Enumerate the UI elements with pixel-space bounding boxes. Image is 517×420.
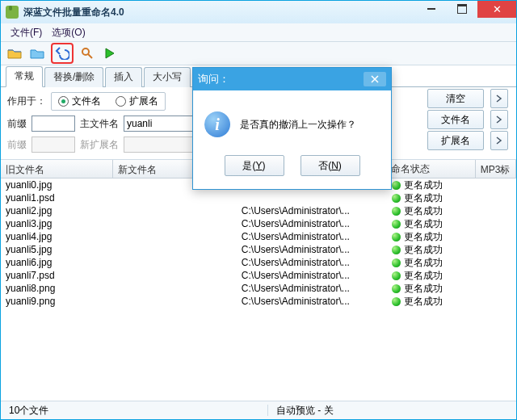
apply-to-radio-group: 文件名 扩展名 <box>51 92 166 111</box>
main-window: 深蓝文件批量重命名4.0 文件(F) 选项(O) 常规 替换/ <box>0 0 517 420</box>
menubar: 文件(F) 选项(O) <box>1 23 516 42</box>
cell-oldname: yuanli6.jpg <box>1 257 113 268</box>
cell-status: 更名成功 <box>387 295 477 309</box>
th-oldname[interactable]: 旧文件名 <box>1 160 113 178</box>
status-success-icon <box>392 181 401 190</box>
cell-oldname: yuanli7.psd <box>1 270 113 281</box>
table-row[interactable]: yuanli6.jpgC:\Users\Administrator\...更名成… <box>1 256 516 269</box>
status-success-icon <box>392 246 401 254</box>
open-folder-button[interactable] <box>6 44 23 62</box>
tab-case[interactable]: 大小写 <box>144 67 191 87</box>
dialog-yes-button[interactable]: 是(Y) <box>225 155 284 176</box>
prefix2-label-disabled: 前缀 <box>7 138 27 152</box>
radio-filename-label: 文件名 <box>72 94 101 108</box>
clear-button[interactable]: 清空 <box>427 89 484 108</box>
menu-options[interactable]: 选项(O) <box>47 24 90 41</box>
tab-insert[interactable]: 插入 <box>105 67 142 87</box>
cell-srcpath: C:\Users\Administrator\... <box>237 218 387 229</box>
cell-status: 更名成功 <box>387 243 477 257</box>
radio-extension-label: 扩展名 <box>129 94 158 108</box>
side-buttons: 清空 文件名 扩展名 <box>427 89 484 150</box>
search-button[interactable] <box>78 44 96 62</box>
cell-status: 更名成功 <box>387 217 477 231</box>
menu-file[interactable]: 文件(F) <box>6 24 47 41</box>
confirm-dialog: 询问： i 是否真的撤消上一次操作？ 是(Y) 否(N) <box>192 67 392 190</box>
run-button[interactable] <box>101 44 119 62</box>
cell-status: 更名成功 <box>387 230 477 244</box>
status-success-icon <box>392 220 401 229</box>
add-file-button[interactable] <box>28 44 46 62</box>
cell-status: 更名成功 <box>387 256 477 270</box>
cell-oldname: yuanli3.jpg <box>1 218 113 229</box>
cell-oldname: yuanli4.jpg <box>1 231 113 242</box>
table-body[interactable]: yuanli0.jpg更名成功yuanli1.psd更名成功yuanli2.jp… <box>1 178 516 380</box>
cell-status: 更名成功 <box>387 282 477 296</box>
dialog-title: 询问： <box>198 72 229 86</box>
tab-replace-delete[interactable]: 替换/删除 <box>44 67 103 87</box>
status-success-icon <box>392 258 401 267</box>
cell-status: 更名成功 <box>387 204 477 218</box>
dialog-no-button[interactable]: 否(N) <box>301 155 360 176</box>
cell-srcpath: C:\Users\Administrator\... <box>237 205 387 216</box>
cell-oldname: yuanli5.jpg <box>1 244 113 255</box>
minimize-button[interactable] <box>416 0 447 18</box>
status-success-icon <box>392 297 401 306</box>
svg-line-1 <box>88 54 92 58</box>
cell-srcpath: C:\Users\Administrator\... <box>237 244 387 255</box>
extension-button[interactable]: 扩展名 <box>427 131 484 150</box>
table-row[interactable]: yuanli4.jpgC:\Users\Administrator\...更名成… <box>1 230 516 243</box>
cell-srcpath: C:\Users\Administrator\... <box>237 296 387 307</box>
table-row[interactable]: yuanli1.psd更名成功 <box>1 191 516 204</box>
mainname-label: 主文件名 <box>80 117 119 131</box>
table-row[interactable]: yuanli8.pngC:\Users\Administrator\...更名成… <box>1 282 516 295</box>
chevron-right-1[interactable] <box>490 89 508 108</box>
dialog-close-button[interactable] <box>364 72 386 86</box>
statusbar: 10个文件 自动预览 - 关 <box>1 401 516 419</box>
close-button[interactable] <box>477 0 516 18</box>
svg-point-0 <box>82 48 89 55</box>
cell-srcpath: C:\Users\Administrator\... <box>237 257 387 268</box>
cell-oldname: yuanli8.png <box>1 283 113 294</box>
cell-oldname: yuanli1.psd <box>1 192 113 204</box>
cell-srcpath: C:\Users\Administrator\... <box>237 283 387 294</box>
window-controls <box>416 1 516 23</box>
dialog-message: 是否真的撤消上一次操作？ <box>240 118 356 132</box>
status-success-icon <box>392 284 401 293</box>
undo-button[interactable] <box>53 44 71 62</box>
toolbar <box>1 42 516 65</box>
cell-srcpath: C:\Users\Administrator\... <box>237 231 387 242</box>
filename-button[interactable]: 文件名 <box>427 110 484 129</box>
chevron-buttons <box>490 89 508 150</box>
prefix-input[interactable] <box>32 116 75 132</box>
table-row[interactable]: yuanli9.pngC:\Users\Administrator\...更名成… <box>1 295 516 308</box>
status-success-icon <box>392 271 401 280</box>
window-title: 深蓝文件批量重命名4.0 <box>23 6 416 19</box>
table-row[interactable]: yuanli3.jpgC:\Users\Administrator\...更名成… <box>1 217 516 230</box>
radio-extension[interactable]: 扩展名 <box>116 94 158 108</box>
maximize-button[interactable] <box>447 0 477 18</box>
cell-status: 更名成功 <box>387 178 477 192</box>
info-icon: i <box>204 111 230 137</box>
chevron-right-3[interactable] <box>490 131 508 150</box>
table-row[interactable]: yuanli7.psdC:\Users\Administrator\...更名成… <box>1 269 516 282</box>
dialog-titlebar[interactable]: 询问： <box>193 68 391 90</box>
newext-label-disabled: 新扩展名 <box>80 138 119 152</box>
cell-oldname: yuanli0.jpg <box>1 179 113 191</box>
tab-general[interactable]: 常规 <box>6 66 43 87</box>
apply-to-label: 作用于： <box>7 94 46 108</box>
prefix2-input-disabled <box>32 136 75 153</box>
th-status[interactable]: 命名状态 <box>386 160 476 178</box>
prefix-label: 前缀 <box>7 117 27 131</box>
table-row[interactable]: yuanli2.jpgC:\Users\Administrator\...更名成… <box>1 204 516 217</box>
app-logo-icon <box>6 6 19 19</box>
chevron-right-2[interactable] <box>490 110 508 129</box>
cell-status: 更名成功 <box>387 191 477 205</box>
status-preview: 自动预览 - 关 <box>268 404 342 418</box>
status-success-icon <box>392 207 401 216</box>
th-mp3[interactable]: MP3标 <box>476 160 516 178</box>
status-success-icon <box>392 194 401 203</box>
titlebar: 深蓝文件批量重命名4.0 <box>1 1 516 23</box>
radio-filename[interactable]: 文件名 <box>58 94 101 108</box>
file-table: 旧文件名 新文件名 源路径 命名状态 MP3标 yuanli0.jpg更名成功y… <box>1 160 516 380</box>
table-row[interactable]: yuanli5.jpgC:\Users\Administrator\...更名成… <box>1 243 516 256</box>
